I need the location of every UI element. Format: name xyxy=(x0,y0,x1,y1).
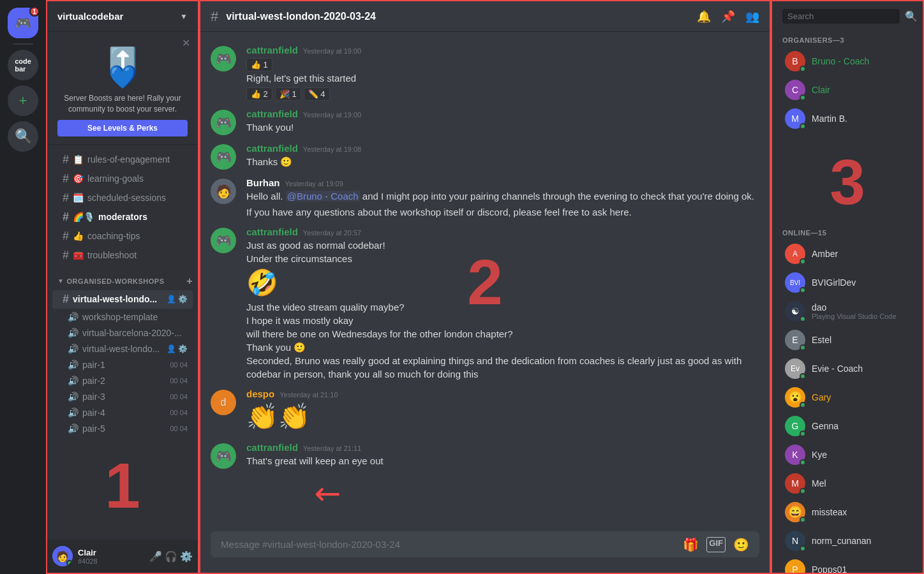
laugh-emoji: 🤣 xyxy=(246,268,759,298)
pair4-count: 00 04 xyxy=(170,409,188,416)
channel-item-rules[interactable]: # 📋 rules-of-engagement xyxy=(52,151,193,169)
channel-item-moderators[interactable]: # 🌈🎙️ moderators xyxy=(52,208,193,226)
channel-name-sessions: scheduled-sessions xyxy=(87,193,188,203)
message-author: cattranfield xyxy=(246,108,298,119)
member-name: norm_cunanan xyxy=(812,536,871,546)
message-input[interactable] xyxy=(221,531,675,557)
compass-icon: 🔍 xyxy=(15,128,32,145)
message-input-area: 🎁 GIF 🙂 xyxy=(200,531,770,573)
message-timestamp: Yesterday at 21:11 xyxy=(303,445,361,452)
channel-item-coaching[interactable]: # 👍 coaching-tips xyxy=(52,227,193,246)
voice-icon: 🔊 xyxy=(68,360,78,370)
channel-item-virtual-west2[interactable]: 🔊 virtual-west-londo... 👤 ⚙️ xyxy=(52,341,193,357)
channel-item-sessions[interactable]: # 🗓️ scheduled-sessions xyxy=(52,189,193,207)
member-item-evie[interactable]: Ev Evie - Coach xyxy=(777,355,918,383)
emoji-icon[interactable]: 🙂 xyxy=(733,537,749,552)
server-icon-codebar[interactable]: codebar xyxy=(8,50,38,80)
notification-badge: 1 xyxy=(29,6,40,17)
boost-close-button[interactable]: ✕ xyxy=(182,37,190,49)
codebar-logo: codebar xyxy=(15,57,31,73)
member-item-kye[interactable]: K Kye xyxy=(777,441,918,469)
member-item-popps[interactable]: P Popps01 xyxy=(777,556,918,574)
message-text-4: I hope it was mostly okay xyxy=(246,314,759,327)
category-workshops[interactable]: ▼ ORGANISED-WORKSHOPS + xyxy=(47,265,198,290)
member-item-bvi[interactable]: BVI BVIGirlDev xyxy=(777,269,918,297)
gift-icon[interactable]: 🎁 xyxy=(683,537,699,552)
pair5-count: 00 04 xyxy=(170,425,188,432)
member-name: dao xyxy=(812,302,897,313)
current-user-avatar: 🧑 xyxy=(52,546,73,566)
add-server-button[interactable]: + xyxy=(8,85,38,116)
search-icon[interactable]: 🔍 xyxy=(905,9,918,24)
message-text-5: will there be one on Wednesdays for the … xyxy=(246,327,759,341)
chat-header: # virtual-west-london-2020-03-24 🔔 📌 👥 xyxy=(200,1,770,32)
reaction-thumbsup[interactable]: 👍 1 xyxy=(246,58,272,71)
add-channel-button[interactable]: + xyxy=(186,276,193,287)
channel-item-learning[interactable]: # 🎯 learning-goals xyxy=(52,170,193,188)
channel-settings-icons2: 👤 ⚙️ xyxy=(167,344,188,353)
message-avatar: 🎮 xyxy=(211,144,236,170)
member-item-estel[interactable]: E Estel xyxy=(777,326,918,354)
explore-servers-button[interactable]: 🔍 xyxy=(8,121,38,152)
see-levels-perks-button[interactable]: See Levels & Perks xyxy=(57,120,188,136)
channel-item-pair5[interactable]: 🔊 pair-5 00 04 xyxy=(52,421,193,436)
member-avatar: BVI xyxy=(785,272,805,293)
message-text-6: Thank you 🙂 xyxy=(246,341,759,354)
deafen-button[interactable]: 🎧 xyxy=(165,550,177,563)
message-item: 🎮 cattranfield Yesterday at 19:00 Thank … xyxy=(200,106,770,138)
messages-area[interactable]: 🎮 cattranfield Yesterday at 19:00 👍 1 Ri… xyxy=(200,32,770,531)
member-avatar-bruno: B xyxy=(785,51,805,71)
member-item-mel[interactable]: M Mel xyxy=(777,469,918,497)
member-item-genna[interactable]: G Genna xyxy=(777,412,918,440)
channel-item-workshop-template[interactable]: 🔊 workshop-template xyxy=(52,309,193,325)
message-content: despo Yesterday at 21:10 👏👏 xyxy=(246,388,759,434)
message-content: cattranfield Yesterday at 21:11 That's g… xyxy=(246,442,759,469)
channel-item-barcelona[interactable]: 🔊 virtual-barcelona-2020-... xyxy=(52,325,193,341)
member-item-bruno[interactable]: B Bruno - Coach xyxy=(777,47,918,75)
message-header: Burhan Yesterday at 19:09 xyxy=(246,177,759,188)
boost-icon: ⬆️ 💙 xyxy=(57,40,188,91)
voice-icon: 🔊 xyxy=(68,423,78,434)
search-input[interactable] xyxy=(782,9,900,24)
member-item-dao[interactable]: ☯ dao Playing Visual Studio Code xyxy=(777,297,918,325)
status-indicator xyxy=(800,517,806,523)
message-author: cattranfield xyxy=(246,45,298,55)
member-avatar: P xyxy=(785,559,805,574)
channel-hash-icon: # xyxy=(63,172,69,186)
mute-button[interactable]: 🎤 xyxy=(149,550,162,563)
member-item-norm[interactable]: N norm_cunanan xyxy=(777,527,918,555)
notification-bell-icon[interactable]: 🔔 xyxy=(697,10,711,24)
members-icon[interactable]: 👥 xyxy=(745,10,759,24)
channel-item-pair4[interactable]: 🔊 pair-4 00 04 xyxy=(52,405,193,420)
message-item-despo: d despo Yesterday at 21:10 👏👏 xyxy=(200,386,770,437)
right-sidebar: 🔍 👤 ❓ ORGANISERS—3 B Bruno - Coach C Cla… xyxy=(771,0,924,574)
member-name: Genna xyxy=(812,421,838,431)
home-button[interactable]: 🎮 1 xyxy=(8,8,38,38)
voice-icon: 🔊 xyxy=(68,408,78,418)
channel-item-pair1[interactable]: 🔊 pair-1 00 04 xyxy=(52,357,193,372)
reaction-1[interactable]: 👍 2 xyxy=(246,87,272,101)
channel-item-pair2[interactable]: 🔊 pair-2 00 04 xyxy=(52,373,193,388)
server-header[interactable]: virtualcodebar ▼ xyxy=(47,1,198,32)
member-item-clair[interactable]: C Clair xyxy=(777,76,918,104)
channel-name-barcelona: virtual-barcelona-2020-... xyxy=(82,328,188,338)
reaction-3[interactable]: ✏️ 4 xyxy=(304,87,330,101)
category-arrow-icon: ▼ xyxy=(57,277,64,284)
member-item-gary[interactable]: 😮 Gary xyxy=(777,383,918,411)
settings-button[interactable]: ⚙️ xyxy=(180,550,193,563)
member-item-martin[interactable]: M Martin B. xyxy=(777,105,918,133)
status-indicator xyxy=(800,287,806,293)
pin-icon[interactable]: 📌 xyxy=(721,10,735,24)
message-author: Burhan xyxy=(246,177,280,188)
channel-item-troubleshoot[interactable]: # 🧰 troubleshoot xyxy=(52,246,193,265)
channel-item-pair3[interactable]: 🔊 pair-3 00 04 xyxy=(52,389,193,404)
channel-hash-header: # xyxy=(211,8,218,25)
member-item-amber[interactable]: A Amber xyxy=(777,240,918,268)
gif-icon[interactable]: GIF xyxy=(706,537,726,552)
annotation-3: 3 xyxy=(772,145,923,219)
member-item-missteax[interactable]: 😄 missteax xyxy=(777,498,918,526)
divider xyxy=(13,43,33,45)
channel-item-virtual-west[interactable]: # virtual-west-londo... 👤 ⚙️ xyxy=(52,290,193,309)
member-info: Martin B. xyxy=(812,114,847,124)
reaction-2[interactable]: 🎉 1 xyxy=(275,87,301,101)
